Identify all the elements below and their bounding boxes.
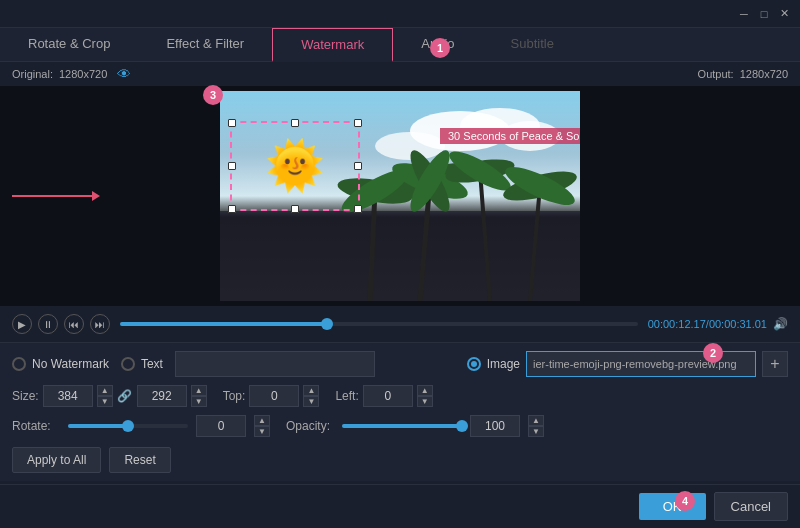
link-proportions-icon[interactable]: 🔗 xyxy=(117,388,133,404)
video-title-overlay: 30 Seconds of Peace & Sounds.mp4 xyxy=(440,128,580,144)
arrow-annotation-3 xyxy=(12,191,100,201)
rotate-spinner[interactable]: ▲ ▼ xyxy=(254,415,270,437)
tab-subtitle: Subtitle xyxy=(483,27,582,61)
total-time: 00:00:31.01 xyxy=(709,318,767,330)
resize-handle-ml[interactable] xyxy=(228,162,236,170)
size-height-input[interactable] xyxy=(137,385,187,407)
pause-button[interactable]: ⏸ xyxy=(38,314,58,334)
text-option[interactable]: Text xyxy=(121,357,163,371)
no-watermark-option[interactable]: No Watermark xyxy=(12,357,109,371)
timeline-track[interactable] xyxy=(120,322,638,326)
size-label: Size: xyxy=(12,389,39,403)
resize-handle-mr[interactable] xyxy=(354,162,362,170)
image-radio[interactable] xyxy=(467,357,481,371)
video-background: 30 Seconds of Peace & Sounds.mp4 🌞 xyxy=(220,91,580,301)
watermark-options-row: No Watermark Text Image ier-time-emoji-p… xyxy=(12,351,788,377)
opacity-slider[interactable] xyxy=(342,424,462,428)
time-display: 00:00:12.17/00:00:31.01 xyxy=(648,318,767,330)
prev-button[interactable]: ⏮ xyxy=(64,314,84,334)
title-bar: ─ □ ✕ xyxy=(0,0,800,28)
spin-up-h[interactable]: ▲ xyxy=(191,385,207,396)
top-input[interactable] xyxy=(249,385,299,407)
minimize-button[interactable]: ─ xyxy=(736,6,752,22)
no-watermark-label: No Watermark xyxy=(32,357,109,371)
preview-icon[interactable]: 👁 xyxy=(117,66,131,82)
resize-handle-br[interactable] xyxy=(354,205,362,213)
text-watermark-input[interactable] xyxy=(175,351,375,377)
image-label: Image xyxy=(487,357,520,371)
spin-down-h[interactable]: ▼ xyxy=(191,396,207,407)
arrow-line xyxy=(12,195,92,197)
resize-handle-tm[interactable] xyxy=(291,119,299,127)
action-buttons-row: Apply to All Reset xyxy=(12,447,788,473)
apply-to-all-button[interactable]: Apply to All xyxy=(12,447,101,473)
tab-effect-filter[interactable]: Effect & Filter xyxy=(138,27,272,61)
rotate-value-input[interactable] xyxy=(196,415,246,437)
add-image-button[interactable]: + xyxy=(762,351,788,377)
rotate-label: Rotate: xyxy=(12,419,60,433)
left-group: Left: ▲ ▼ xyxy=(335,385,432,407)
volume-icon[interactable]: 🔊 xyxy=(773,317,788,331)
text-radio[interactable] xyxy=(121,357,135,371)
params-row: Size: ▲ ▼ 🔗 ▲ ▼ Top: ▲ ▼ Left: xyxy=(12,385,788,407)
badge-3: 3 xyxy=(203,85,223,105)
reset-button[interactable]: Reset xyxy=(109,447,170,473)
tab-watermark[interactable]: Watermark xyxy=(272,28,393,62)
rotate-thumb[interactable] xyxy=(122,420,134,432)
size-width-input[interactable] xyxy=(43,385,93,407)
top-spinner[interactable]: ▲ ▼ xyxy=(303,385,319,407)
controls-section: No Watermark Text Image ier-time-emoji-p… xyxy=(0,342,800,481)
badge-4: 4 xyxy=(675,491,695,511)
play-button[interactable]: ▶ xyxy=(12,314,32,334)
badge-1: 1 xyxy=(430,38,450,58)
cancel-button[interactable]: Cancel xyxy=(714,492,788,521)
close-button[interactable]: ✕ xyxy=(776,6,792,22)
output-res: 1280x720 xyxy=(740,68,788,80)
spin-down[interactable]: ▼ xyxy=(97,396,113,407)
size-width-spinner[interactable]: ▲ ▼ xyxy=(97,385,113,407)
opacity-thumb[interactable] xyxy=(456,420,468,432)
badge-2: 2 xyxy=(703,343,723,363)
maximize-button[interactable]: □ xyxy=(756,6,772,22)
image-option[interactable]: Image xyxy=(467,357,520,371)
opacity-fill xyxy=(342,424,462,428)
resize-handle-bm[interactable] xyxy=(291,205,299,213)
ok-button[interactable]: OK xyxy=(639,493,706,520)
top-label: Top: xyxy=(223,389,246,403)
opacity-label: Opacity: xyxy=(286,419,334,433)
svg-rect-4 xyxy=(220,211,580,301)
size-group: Size: ▲ ▼ 🔗 ▲ ▼ xyxy=(12,385,207,407)
tab-bar: Rotate & Crop Effect & Filter Watermark … xyxy=(0,28,800,62)
rotate-slider[interactable] xyxy=(68,424,188,428)
resize-handle-bl[interactable] xyxy=(228,205,236,213)
resize-handle-tr[interactable] xyxy=(354,119,362,127)
watermark-emoji: 🌞 xyxy=(265,138,325,194)
original-label: Original: xyxy=(12,68,53,80)
rotate-fill xyxy=(68,424,128,428)
next-button[interactable]: ⏭ xyxy=(90,314,110,334)
tab-rotate-crop[interactable]: Rotate & Crop xyxy=(0,27,138,61)
no-watermark-radio[interactable] xyxy=(12,357,26,371)
top-group: Top: ▲ ▼ xyxy=(223,385,320,407)
left-spinner[interactable]: ▲ ▼ xyxy=(417,385,433,407)
playback-bar: ▶ ⏸ ⏮ ⏭ 00:00:12.17/00:00:31.01 🔊 xyxy=(0,306,800,342)
opacity-spinner[interactable]: ▲ ▼ xyxy=(528,415,544,437)
video-area: 30 Seconds of Peace & Sounds.mp4 🌞 xyxy=(0,86,800,306)
left-input[interactable] xyxy=(363,385,413,407)
info-bar: Original: 1280x720 👁 Output: 1280x720 xyxy=(0,62,800,86)
output-label: Output: xyxy=(698,68,734,80)
timeline-progress xyxy=(120,322,327,326)
slider-row: Rotate: ▲ ▼ Opacity: ▲ ▼ xyxy=(12,415,788,437)
rotate-group: Rotate: ▲ ▼ xyxy=(12,415,270,437)
resize-handle-tl[interactable] xyxy=(228,119,236,127)
current-time: 00:00:12.17 xyxy=(648,318,706,330)
opacity-value-input[interactable] xyxy=(470,415,520,437)
size-height-spinner[interactable]: ▲ ▼ xyxy=(191,385,207,407)
watermark-box[interactable]: 🌞 xyxy=(230,121,360,211)
arrow-head xyxy=(92,191,100,201)
original-res: 1280x720 xyxy=(59,68,107,80)
spin-up[interactable]: ▲ xyxy=(97,385,113,396)
svg-point-3 xyxy=(375,132,445,160)
video-preview: 30 Seconds of Peace & Sounds.mp4 🌞 xyxy=(220,91,580,301)
timeline-thumb[interactable] xyxy=(321,318,333,330)
